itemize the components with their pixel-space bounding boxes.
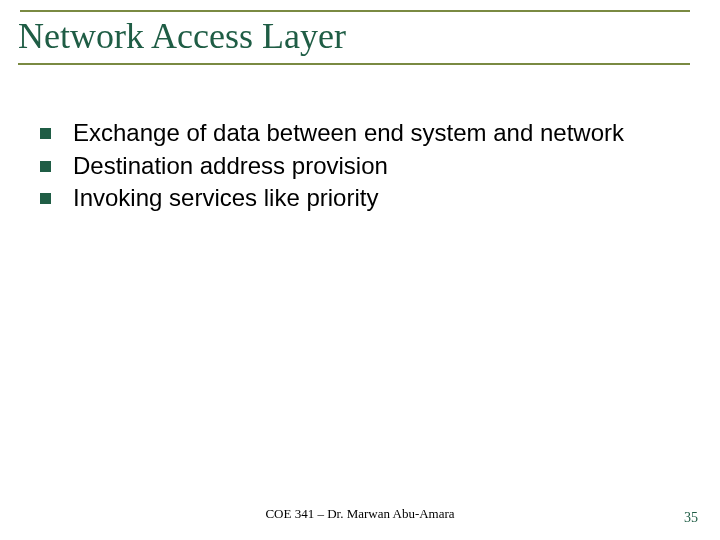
title-block: Network Access Layer: [18, 10, 690, 65]
footer: COE 341 – Dr. Marwan Abu-Amara 35: [0, 506, 720, 526]
bullet-text: Exchange of data between end system and …: [73, 118, 680, 149]
list-item: Destination address provision: [40, 151, 680, 182]
slide: Network Access Layer Exchange of data be…: [0, 0, 720, 540]
bullet-text: Destination address provision: [73, 151, 680, 182]
slide-title: Network Access Layer: [18, 16, 690, 57]
rule-bottom: [18, 63, 690, 65]
footer-center-text: COE 341 – Dr. Marwan Abu-Amara: [0, 506, 720, 522]
square-bullet-icon: [40, 128, 51, 139]
bullet-text: Invoking services like priority: [73, 183, 680, 214]
list-item: Exchange of data between end system and …: [40, 118, 680, 149]
rule-top: [20, 10, 690, 12]
list-item: Invoking services like priority: [40, 183, 680, 214]
slide-body: Exchange of data between end system and …: [40, 118, 680, 216]
square-bullet-icon: [40, 161, 51, 172]
square-bullet-icon: [40, 193, 51, 204]
page-number: 35: [684, 510, 698, 526]
